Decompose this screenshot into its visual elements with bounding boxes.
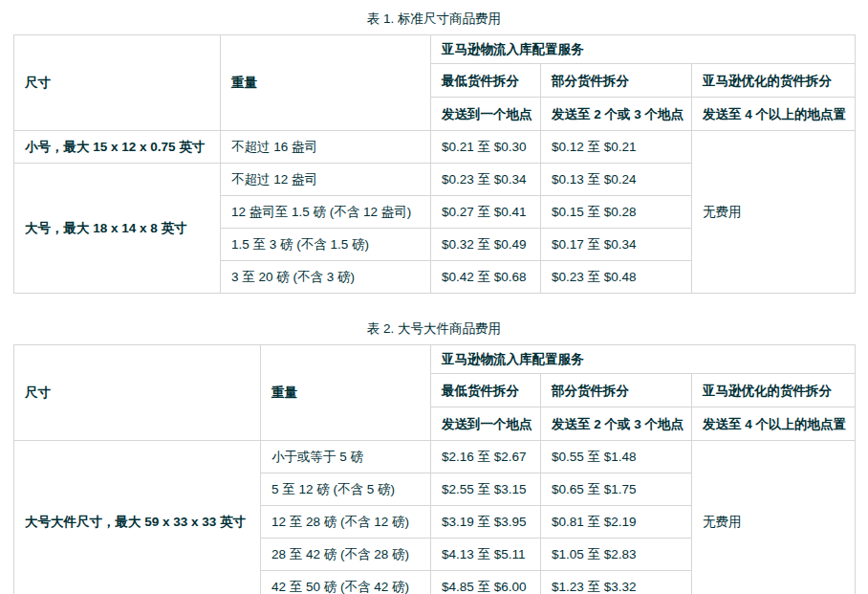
- table2-title: 表 2. 大号大件商品费用: [13, 319, 855, 338]
- standard-size-fee-table: 尺寸 重量 亚马逊物流入库配置服务 最低货件拆分 部分货件拆分 亚马逊优化的货件…: [13, 34, 856, 294]
- partial-split-fee-cell: $0.65 至 $1.75: [541, 473, 692, 506]
- weight-cell: 不超过 16 盎司: [221, 131, 431, 164]
- table2-header-row-group: 尺寸 重量 亚马逊物流入库配置服务: [14, 345, 856, 374]
- partial-split-fee-cell: $1.23 至 $3.32: [541, 571, 692, 594]
- partial-split-fee-cell: $0.13 至 $0.24: [541, 164, 692, 196]
- table1-optimized-split-subheader: 发送至 4 个以上的地点置: [692, 98, 856, 131]
- partial-split-fee-cell: $0.12 至 $0.21: [541, 131, 692, 164]
- weight-cell: 小于或等于 5 磅: [261, 441, 431, 473]
- weight-cell: 28 至 42 磅 (不含 28 磅): [261, 539, 431, 571]
- table1-weight-column-header: 重量: [221, 35, 431, 131]
- weight-cell: 不超过 12 盎司: [221, 164, 431, 196]
- partial-split-fee-cell: $0.81 至 $2.19: [541, 506, 692, 539]
- table1-size-column-header: 尺寸: [14, 35, 221, 131]
- min-split-fee-cell: $0.21 至 $0.30: [431, 131, 541, 164]
- table1-service-group-header: 亚马逊物流入库配置服务: [431, 35, 856, 64]
- partial-split-fee-cell: $0.23 至 $0.48: [541, 261, 692, 294]
- weight-cell: 12 至 28 磅 (不含 12 磅): [261, 506, 431, 539]
- min-split-fee-cell: $4.85 至 $6.00: [431, 571, 541, 594]
- size-cell: 大号，最大 18 x 14 x 8 英寸: [14, 164, 221, 294]
- size-cell: 小号，最大 15 x 12 x 0.75 英寸: [14, 131, 221, 164]
- min-split-fee-cell: $2.55 至 $3.15: [431, 473, 541, 506]
- table1-partial-split-header: 部分货件拆分: [541, 64, 692, 98]
- table-row: 大号大件尺寸，最大 59 x 33 x 33 英寸 小于或等于 5 磅 $2.1…: [14, 441, 856, 473]
- table1-min-split-subheader: 发送到一个地点: [431, 98, 541, 131]
- table1-optimized-split-header: 亚马逊优化的货件拆分: [692, 64, 856, 98]
- min-split-fee-cell: $3.19 至 $3.95: [431, 506, 541, 539]
- table2-partial-split-subheader: 发送至 2 个或 3 个地点: [541, 407, 692, 441]
- table2-service-group-header: 亚马逊物流入库配置服务: [431, 345, 856, 374]
- partial-split-fee-cell: $0.17 至 $0.34: [541, 229, 692, 261]
- min-split-fee-cell: $2.16 至 $2.67: [431, 441, 541, 473]
- table2-weight-column-header: 重量: [261, 345, 431, 441]
- weight-cell: 5 至 12 磅 (不含 5 磅): [261, 473, 431, 506]
- table-row: 小号，最大 15 x 12 x 0.75 英寸 不超过 16 盎司 $0.21 …: [14, 131, 856, 164]
- table2-optimized-split-header: 亚马逊优化的货件拆分: [692, 374, 856, 407]
- partial-split-fee-cell: $0.55 至 $1.48: [541, 441, 692, 473]
- table2-min-split-subheader: 发送到一个地点: [431, 407, 541, 441]
- table1-title: 表 1. 标准尺寸商品费用: [13, 10, 855, 28]
- min-split-fee-cell: $0.32 至 $0.49: [431, 229, 541, 261]
- min-split-fee-cell: $0.27 至 $0.41: [431, 196, 541, 229]
- partial-split-fee-cell: $0.15 至 $0.28: [541, 196, 692, 229]
- table1-min-split-header: 最低货件拆分: [431, 64, 541, 98]
- min-split-fee-cell: $4.13 至 $5.11: [431, 539, 541, 571]
- table2-partial-split-header: 部分货件拆分: [541, 374, 692, 407]
- no-fee-cell: 无费用: [692, 441, 856, 594]
- weight-cell: 42 至 50 磅 (不含 42 磅): [261, 571, 431, 594]
- weight-cell: 1.5 至 3 磅 (不含 1.5 磅): [221, 229, 431, 261]
- weight-cell: 12 盎司至 1.5 磅 (不含 12 盎司): [221, 196, 431, 229]
- min-split-fee-cell: $0.23 至 $0.34: [431, 164, 541, 196]
- no-fee-cell: 无费用: [692, 131, 856, 294]
- oversize-fee-table: 尺寸 重量 亚马逊物流入库配置服务 最低货件拆分 部分货件拆分 亚马逊优化的货件…: [13, 344, 856, 594]
- table2-size-column-header: 尺寸: [14, 345, 261, 441]
- partial-split-fee-cell: $1.05 至 $2.83: [541, 539, 692, 571]
- fee-tables-page: 表 1. 标准尺寸商品费用 尺寸 重量 亚马逊物流入库配置服务 最低货件拆分 部…: [0, 0, 868, 594]
- table2-min-split-header: 最低货件拆分: [431, 374, 541, 407]
- table2-optimized-split-subheader: 发送至 4 个以上的地点置: [692, 407, 856, 441]
- weight-cell: 3 至 20 磅 (不含 3 磅): [221, 261, 431, 294]
- min-split-fee-cell: $0.42 至 $0.68: [431, 261, 541, 294]
- table1-header-row-group: 尺寸 重量 亚马逊物流入库配置服务: [14, 35, 856, 64]
- table1-partial-split-subheader: 发送至 2 个或 3 个地点: [541, 98, 692, 131]
- size-cell: 大号大件尺寸，最大 59 x 33 x 33 英寸: [14, 441, 261, 594]
